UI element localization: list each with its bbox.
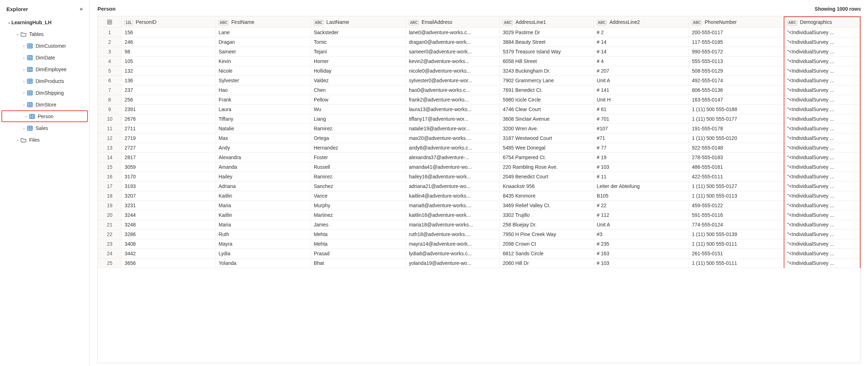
cell-firstname[interactable]: Adriana <box>216 181 311 191</box>
cell-addressline2[interactable]: # 22 <box>594 200 689 210</box>
cell-personid[interactable]: 3442 <box>122 249 216 258</box>
cell-lastname[interactable]: Holliday <box>311 66 406 75</box>
cell-phonenumber[interactable]: 163-555-0147 <box>689 95 784 104</box>
cell-lastname[interactable]: Tejani <box>311 47 406 56</box>
table-row[interactable]: 8256FrankPellowfrank2@adventure-works...… <box>98 95 860 104</box>
cell-emailaddress[interactable]: kevin2@adventure-works... <box>406 56 500 66</box>
cell-addressline1[interactable]: 3884 Beauty Street <box>500 37 594 47</box>
cell-firstname[interactable]: Hailey <box>216 172 311 181</box>
cell-firstname[interactable]: Lydia <box>216 249 311 258</box>
cell-emailaddress[interactable]: frank2@adventure-works... <box>406 95 500 104</box>
table-row[interactable]: 193231MariaMurphymaria8@adventure-works.… <box>98 200 860 210</box>
cell-personid[interactable]: 3207 <box>122 191 216 200</box>
cell-phonenumber[interactable]: 278-555-0183 <box>689 152 784 162</box>
cell-demographics[interactable]: "<IndividualSurvey ... <box>784 56 860 66</box>
table-row[interactable]: 102676TiffanyLiangtiffany17@adventure-wo… <box>98 114 860 124</box>
cell-firstname[interactable]: Ruth <box>216 229 311 239</box>
cell-demographics[interactable]: "<IndividualSurvey ... <box>784 200 860 210</box>
cell-firstname[interactable]: Kaitlin <box>216 191 311 200</box>
chevron-right-icon[interactable]: › <box>21 79 26 83</box>
cell-emailaddress[interactable]: maria8@adventure-works.... <box>406 200 500 210</box>
table-row[interactable]: 2246DraganTomicdragan0@adventure-work...… <box>98 37 860 47</box>
cell-emailaddress[interactable]: andy8@adventure-works.c... <box>406 143 500 152</box>
cell-addressline2[interactable]: B105 <box>594 191 689 200</box>
cell-demographics[interactable]: "<IndividualSurvey ... <box>784 229 860 239</box>
cell-emailaddress[interactable]: ruth18@adventure-works.... <box>406 229 500 239</box>
cell-firstname[interactable]: Andy <box>216 143 311 152</box>
cell-firstname[interactable]: Hao <box>216 85 311 95</box>
cell-phonenumber[interactable]: 191-555-0178 <box>689 124 784 133</box>
cell-firstname[interactable]: Alexandra <box>216 152 311 162</box>
cell-addressline1[interactable]: 258 Bluejay Dr. <box>500 220 594 229</box>
chevron-right-icon[interactable]: › <box>23 114 28 119</box>
cell-addressline1[interactable]: 3469 Relief Valley Ct. <box>500 200 594 210</box>
cell-phonenumber[interactable]: 1 (11) 500 555-0111 <box>689 239 784 249</box>
cell-lastname[interactable]: Tomic <box>311 37 406 47</box>
cell-addressline1[interactable]: 8435 Kenmore <box>500 191 594 200</box>
table-row[interactable]: 153059AmandaRussellamanda41@adventure-wo… <box>98 162 860 172</box>
column-header-emailaddress[interactable]: ABCEmailAddress <box>406 17 500 27</box>
cell-addressline1[interactable]: 2098 Crown Ct <box>500 239 594 249</box>
chevron-right-icon[interactable]: › <box>21 67 26 72</box>
table-row[interactable]: 142817AlexandraFosteralexandra37@adventu… <box>98 152 860 162</box>
cell-personid[interactable]: 246 <box>122 37 216 47</box>
cell-firstname[interactable]: Amanda <box>216 162 311 172</box>
cell-demographics[interactable]: "<IndividualSurvey ... <box>784 143 860 152</box>
cell-lastname[interactable]: Ramirez <box>311 124 406 133</box>
cell-demographics[interactable]: "<IndividualSurvey ... <box>784 249 860 258</box>
cell-firstname[interactable]: Maria <box>216 220 311 229</box>
cell-emailaddress[interactable]: kaitlin4@adventure-works... <box>406 191 500 200</box>
table-row[interactable]: 1156LaneSackstederlane0@adventure-works.… <box>98 27 860 37</box>
cell-phonenumber[interactable]: 922-555-0148 <box>689 143 784 152</box>
cell-personid[interactable]: 3231 <box>122 200 216 210</box>
cell-demographics[interactable]: "<IndividualSurvey ... <box>784 258 860 268</box>
cell-firstname[interactable]: Kaitlin <box>216 210 311 220</box>
column-header-personid[interactable]: 12LPersonID <box>122 17 216 27</box>
cell-addressline2[interactable]: Unit A <box>594 220 689 229</box>
cell-personid[interactable]: 3193 <box>122 181 216 191</box>
cell-addressline1[interactable]: 6058 Hill Street <box>500 56 594 66</box>
table-row[interactable]: 223286RuthMehtaruth18@adventure-works...… <box>98 229 860 239</box>
table-item-dimstore[interactable]: ›DimStore <box>0 99 89 110</box>
cell-addressline1[interactable]: Knaackstr 956 <box>500 181 594 191</box>
cell-personid[interactable]: 3656 <box>122 258 216 268</box>
cell-personid[interactable]: 3248 <box>122 220 216 229</box>
cell-addressline2[interactable]: # 235 <box>594 239 689 249</box>
cell-phonenumber[interactable]: 261-555-0151 <box>689 249 784 258</box>
chevron-down-icon[interactable]: ⌄ <box>6 20 11 25</box>
files-folder[interactable]: ⌄ Files <box>0 134 89 146</box>
table-item-sales[interactable]: ›Sales <box>0 122 89 134</box>
cell-lastname[interactable]: Hernandez <box>311 143 406 152</box>
cell-emailaddress[interactable]: amanda41@adventure-wo... <box>406 162 500 172</box>
table-row[interactable]: 233408MayraMehtamayra14@adventure-work..… <box>98 239 860 249</box>
cell-phonenumber[interactable]: 1 (11) 500 555-0113 <box>689 191 784 200</box>
cell-emailaddress[interactable]: kaitlin16@adventure-work... <box>406 210 500 220</box>
cell-lastname[interactable]: Bhat <box>311 258 406 268</box>
cell-addressline1[interactable]: 3243 Buckingham Dr. <box>500 66 594 75</box>
cell-addressline1[interactable]: 3200 Wren Ave. <box>500 124 594 133</box>
cell-firstname[interactable]: Sameer <box>216 47 311 56</box>
cell-addressline2[interactable]: # 112 <box>594 210 689 220</box>
cell-lastname[interactable]: Valdez <box>311 75 406 85</box>
cell-firstname[interactable]: Yolanda <box>216 258 311 268</box>
cell-lastname[interactable]: Pellow <box>311 95 406 104</box>
cell-lastname[interactable]: Murphy <box>311 200 406 210</box>
cell-demographics[interactable]: "<IndividualSurvey ... <box>784 104 860 114</box>
chevron-right-icon[interactable]: › <box>21 91 26 95</box>
cell-firstname[interactable]: Max <box>216 133 311 143</box>
cell-firstname[interactable]: Nicole <box>216 66 311 75</box>
data-table-container[interactable]: 12LPersonIDABCFirstNameABCLastNameABCEma… <box>97 16 861 363</box>
table-row[interactable]: 7237HaoChenhao0@adventure-works.c...7691… <box>98 85 860 95</box>
cell-lastname[interactable]: Sanchez <box>311 181 406 191</box>
cell-emailaddress[interactable]: natalie19@adventure-wor... <box>406 124 500 133</box>
cell-addressline1[interactable]: 7902 Grammercy Lane <box>500 75 594 85</box>
cell-demographics[interactable]: "<IndividualSurvey ... <box>784 191 860 200</box>
table-item-dimshipping[interactable]: ›DimShipping <box>0 87 89 99</box>
cell-phonenumber[interactable]: 1 (11) 500 555-0120 <box>689 133 784 143</box>
table-row[interactable]: 132727AndyHernandezandy8@adventure-works… <box>98 143 860 152</box>
cell-phonenumber[interactable]: 492-555-0174 <box>689 75 784 85</box>
cell-addressline1[interactable]: 3187 Westwood Court <box>500 133 594 143</box>
chevron-right-icon[interactable]: › <box>21 56 26 60</box>
table-row[interactable]: 213248MariaJamesmaria18@adventure-works.… <box>98 220 860 229</box>
cell-personid[interactable]: 3408 <box>122 239 216 249</box>
